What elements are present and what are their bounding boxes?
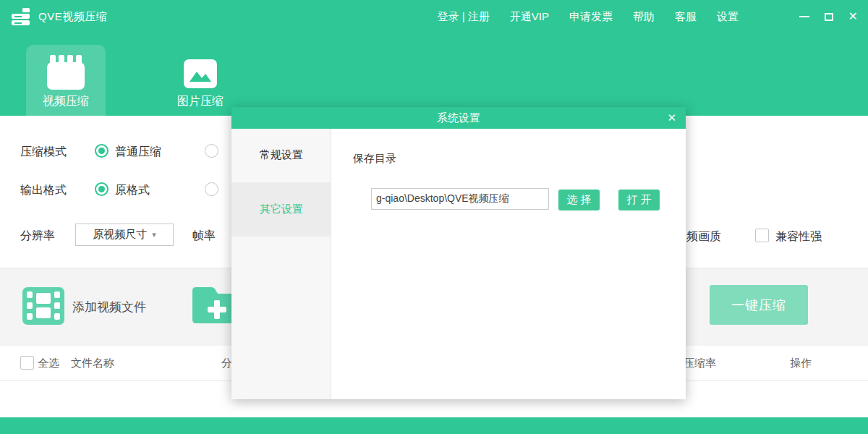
- dialog-titlebar: 系统设置 ✕: [231, 107, 686, 129]
- resolution-label: 分辨率: [20, 229, 55, 244]
- login-register-link[interactable]: 登录 | 注册: [438, 10, 490, 24]
- radio-compress-mode-alt[interactable]: [205, 144, 218, 158]
- compat-checkbox[interactable]: [755, 229, 769, 242]
- maximize-icon[interactable]: [825, 13, 833, 21]
- chevron-down-icon: ▾: [152, 230, 156, 239]
- select-all-checkbox[interactable]: [20, 356, 34, 370]
- tab-strip: 视频压缩 图片压缩: [0, 33, 868, 116]
- radio-normal-compress-label[interactable]: 普通压缩: [115, 145, 161, 160]
- tab-video-label: 视频压缩: [26, 94, 106, 109]
- footer-bar: [0, 417, 868, 434]
- save-dir-input[interactable]: [371, 188, 549, 210]
- clapperboard-icon: [47, 55, 85, 93]
- resolution-dropdown[interactable]: 原视频尺寸 ▾: [75, 224, 174, 246]
- picture-icon: [184, 59, 217, 91]
- app-window: QVE视频压缩 登录 | 注册 开通VIP 申请发票 帮助 客服 设置 ✕: [0, 0, 868, 434]
- nav-general-settings[interactable]: 常规设置: [231, 133, 331, 176]
- tab-image-compress[interactable]: 图片压缩: [161, 45, 240, 116]
- video-quality-label-partial: 频画质: [686, 229, 721, 244]
- app-title: QVE视频压缩: [38, 10, 107, 24]
- dialog-sidebar: 常规设置 其它设置: [231, 129, 331, 399]
- resolution-value: 原视频尺寸: [93, 228, 147, 242]
- settings-link[interactable]: 设置: [717, 10, 739, 24]
- invoice-link[interactable]: 申请发票: [569, 10, 613, 24]
- system-settings-dialog: 系统设置 ✕ 常规设置 其它设置 保存目录 选 择 打 开: [231, 107, 686, 399]
- tab-image-label: 图片压缩: [161, 94, 240, 109]
- one-click-compress-button[interactable]: 一键压缩: [710, 285, 808, 325]
- help-link[interactable]: 帮助: [633, 10, 655, 24]
- col-action: 操作: [790, 357, 812, 370]
- radio-output-format-alt[interactable]: [205, 182, 218, 196]
- nav-other-settings[interactable]: 其它设置: [231, 182, 331, 237]
- minimize-icon[interactable]: [799, 16, 809, 17]
- select-all-label[interactable]: 全选: [38, 357, 59, 370]
- window-controls: ✕: [799, 11, 858, 22]
- dialog-close-icon[interactable]: ✕: [667, 111, 676, 124]
- close-window-icon[interactable]: ✕: [848, 11, 858, 22]
- open-dir-button[interactable]: 打 开: [618, 190, 660, 210]
- col-filename: 文件名称: [71, 357, 114, 370]
- save-dir-label: 保存目录: [353, 152, 396, 166]
- compress-mode-label: 压缩模式: [20, 145, 67, 160]
- titlebar: QVE视频压缩 登录 | 注册 开通VIP 申请发票 帮助 客服 设置 ✕: [0, 0, 868, 33]
- col-resolution-partial: 分: [221, 357, 232, 370]
- radio-original-format-label[interactable]: 原格式: [115, 183, 150, 198]
- col-compress-ratio: 压缩率: [684, 357, 716, 370]
- tab-video-compress[interactable]: 视频压缩: [26, 45, 106, 116]
- film-strip-icon: [22, 287, 64, 328]
- add-video-label: 添加视频文件: [72, 299, 146, 315]
- radio-normal-compress[interactable]: [95, 144, 109, 158]
- choose-dir-button[interactable]: 选 择: [558, 190, 600, 210]
- vip-link[interactable]: 开通VIP: [510, 10, 549, 24]
- compat-checkbox-label[interactable]: 兼容性强: [775, 229, 822, 244]
- dialog-title: 系统设置: [437, 111, 480, 125]
- radio-original-format[interactable]: [95, 182, 109, 196]
- support-link[interactable]: 客服: [675, 10, 697, 24]
- output-format-label: 输出格式: [20, 183, 67, 198]
- titlebar-menu: 登录 | 注册 开通VIP 申请发票 帮助 客服 设置: [438, 10, 739, 24]
- app-logo-icon: [10, 7, 32, 26]
- framerate-label: 帧率: [192, 229, 216, 244]
